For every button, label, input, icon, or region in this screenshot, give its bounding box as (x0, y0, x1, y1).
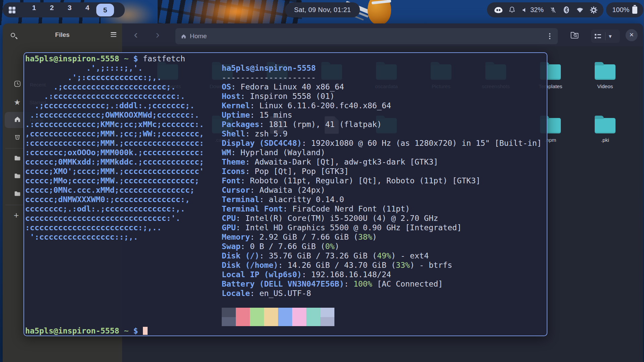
volume-label: 32% (530, 6, 544, 14)
palette-swatch (264, 317, 278, 326)
back-button[interactable]: ‹ (129, 27, 143, 42)
terminal-cursor (143, 327, 148, 335)
view-toggle: ▾ (591, 29, 620, 43)
fastfetch-info-line: Font: Roboto (11pt, Regular) [Qt], Robot… (222, 176, 542, 185)
menu-icon[interactable] (111, 32, 116, 38)
fastfetch-title: ha5pls@inspiron-5558 (222, 63, 542, 73)
fastfetch-info-line: OS: Fedora Linux 40 x86_64 (222, 82, 542, 92)
folder-icon (14, 190, 21, 199)
workspace-3[interactable]: 3 (61, 4, 78, 16)
folder-item-videos[interactable]: Videos (583, 61, 627, 89)
palette-swatch (236, 317, 250, 326)
home-icon (181, 34, 186, 39)
clock-icon (14, 80, 21, 89)
palette-swatch (292, 317, 306, 326)
fastfetch-info-line: Host: Inspiron 5558 (01) (222, 92, 542, 101)
terminal-prompt-line: ha5pls@inspiron-5558 ~ $ fastfetch (25, 54, 185, 63)
workspace-pill: 12345 (3, 2, 125, 17)
apps-grid-icon[interactable] (9, 7, 15, 13)
palette-swatch (250, 317, 264, 326)
fastfetch-info-line: Disk (/): 35.76 GiB / 73.26 GiB (49%) - … (222, 251, 542, 260)
item-label: .pki (583, 137, 627, 143)
battery-indicator[interactable]: 100% (606, 2, 643, 17)
palette-swatch (278, 308, 292, 317)
palette-swatch (306, 317, 320, 326)
workspace-2[interactable]: 2 (43, 4, 61, 16)
fastfetch-info-line: Locale: en_US.UTF-8 (222, 289, 542, 298)
forward-button[interactable]: › (151, 27, 164, 42)
fastfetch-info-line: Packages: 1811 (rpm), 41 (flatpak) (222, 120, 542, 129)
palette-swatch (292, 308, 306, 317)
fastfetch-info-line: Uptime: 15 mins (222, 110, 542, 120)
fastfetch-separator: -------------------- (222, 73, 542, 82)
workspace-4[interactable]: 4 (78, 4, 96, 16)
fastfetch-info-line: Swap: 0 B / 7.66 GiB (0%) (222, 242, 542, 251)
trash-icon (14, 133, 21, 142)
divider (605, 32, 605, 40)
fastfetch-info-line: Icons: Pop [Qt], Pop [GTK3] (222, 167, 542, 176)
volume-indicator[interactable]: 32% (522, 6, 544, 14)
battery-label: 100% (612, 6, 629, 14)
gear-icon[interactable] (590, 6, 598, 14)
workspace-1[interactable]: 1 (25, 4, 43, 16)
breadcrumb-label: Home (190, 33, 207, 40)
fastfetch-info-line: CPU: Intel(R) Core(TM) i5-5200U (4) @ 2.… (222, 214, 542, 223)
terminal-window[interactable]: ha5pls@inspiron-5558 ~ $ fastfetch .',;:… (23, 52, 547, 336)
folder-icon (595, 64, 615, 80)
home-icon (14, 116, 21, 124)
folder-icon (595, 118, 615, 133)
fastfetch-info-line: Cursor: Adwaita (24px) (222, 185, 542, 195)
fastfetch-info-line: Battery (DELL VN3N047E56B): 100% [AC Con… (222, 279, 542, 289)
bluetooth-icon[interactable] (562, 6, 570, 14)
wifi-icon[interactable] (576, 6, 584, 14)
close-button[interactable]: × (626, 29, 638, 41)
palette-swatch (306, 308, 320, 317)
fastfetch-info-line: Theme: Adwaita-Dark [Qt], adw-gtk3-dark … (222, 157, 542, 167)
app-title: Files (3, 31, 122, 39)
fastfetch-info-line: Shell: zsh 5.9 (222, 129, 542, 138)
palette-swatch (320, 317, 334, 326)
list-view-icon[interactable] (595, 34, 601, 39)
palette-swatch (222, 308, 236, 317)
palette-swatch (250, 308, 264, 317)
fastfetch-info-line: Display (SDC4C48): 644x362 @ 60 Hz (as… (222, 138, 542, 148)
fastfetch-info-line: Terminal Font: FiraCode Nerd Font (11pt) (222, 204, 542, 214)
fastfetch-info: ha5pls@inspiron-5558--------------------… (222, 63, 542, 298)
palette-swatch (222, 317, 236, 326)
fastfetch-info-line: WM: Hyprland (Wayland) (222, 148, 542, 157)
plus-icon: + (14, 212, 19, 220)
folder-search-icon[interactable] (570, 31, 580, 40)
fastfetch-info-line: GPU: Intel HD Graphics 5500 @ 0.90 GHz [… (222, 223, 542, 232)
star-icon: ★ (14, 99, 21, 106)
breadcrumb[interactable]: Home (175, 28, 558, 44)
volume-icon (522, 7, 528, 13)
workspace-5[interactable]: 5 (96, 4, 114, 16)
terminal-prompt-line[interactable]: ha5pls@inspiron-5558 ~ $ (25, 326, 148, 336)
fastfetch-info-line: Local IP (wlp6s0): 192.168.16.148/24 (222, 270, 542, 279)
bell-icon[interactable] (508, 6, 516, 14)
palette-swatch (320, 308, 334, 317)
system-tray: 32% (487, 2, 603, 17)
palette-swatch (264, 308, 278, 317)
item-label: Videos (583, 83, 627, 89)
folder-icon (14, 172, 21, 181)
discord-icon[interactable] (494, 6, 502, 14)
palette-swatch (236, 308, 250, 317)
palette-swatch (278, 317, 292, 326)
kebab-menu-icon[interactable] (546, 33, 553, 40)
terminal-color-palette (222, 308, 334, 326)
fastfetch-info-line: Disk (/home): 14.26 GiB / 43.70 GiB (33%… (222, 260, 542, 270)
battery-icon (632, 6, 637, 14)
chevron-down-icon[interactable]: ▾ (609, 33, 612, 40)
clock[interactable]: Sat, 09 Nov, 01:21 (285, 2, 360, 17)
fastfetch-info-line: Memory: 2.92 GiB / 7.66 GiB (38%) (222, 232, 542, 242)
folder-icon (14, 155, 21, 163)
fedora-ascii-logo: .',;::::;,'. .';:cccccccccccc:;,. .;cccc… (25, 63, 204, 242)
fastfetch-info-line: Kernel: Linux 6.11.6-200.fc40.x86_64 (222, 101, 542, 110)
wallpaper-rocket-tank (368, 0, 391, 25)
clock-label: Sat, 09 Nov, 01:21 (294, 6, 351, 14)
fastfetch-info-line: Terminal: alacritty 0.14.0 (222, 195, 542, 204)
sidebar-header: Files (3, 23, 122, 46)
mic-muted-icon[interactable] (549, 6, 557, 14)
folder-item-pki[interactable]: .pki (583, 115, 627, 143)
